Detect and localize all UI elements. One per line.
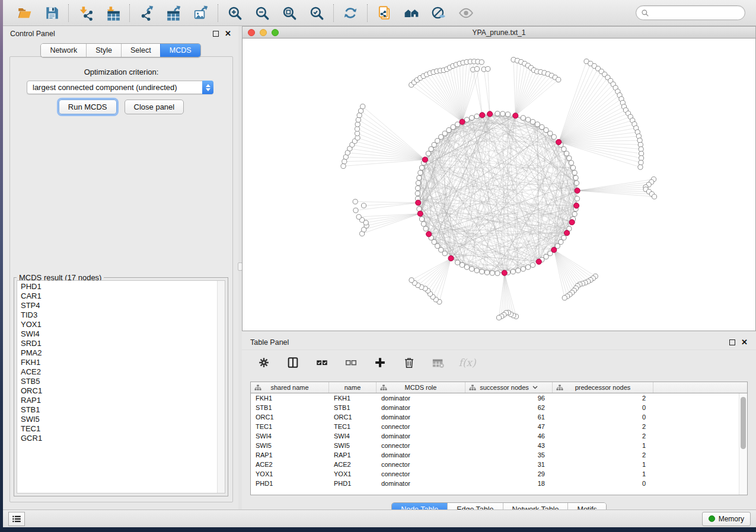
column-header-successor-nodes[interactable]: successor nodes (465, 382, 553, 393)
import-network-icon[interactable] (76, 4, 94, 22)
mcds-result-item[interactable]: STP4 (17, 301, 225, 310)
mcds-result-item[interactable]: FKH1 (17, 358, 225, 367)
export-table-icon[interactable] (165, 4, 183, 22)
table-scrollbar[interactable] (739, 393, 747, 495)
float-panel-icon[interactable] (213, 31, 219, 37)
tab-select[interactable]: Select (121, 44, 160, 57)
column-header-name[interactable]: name (329, 382, 377, 393)
table-row[interactable]: SWI4SWI4dominator462 (251, 431, 747, 441)
mcds-result-item[interactable]: GCR1 (17, 434, 225, 443)
window-minimize-button[interactable] (260, 29, 267, 36)
zoom-in-icon[interactable] (226, 4, 244, 22)
control-panel-tabs: NetworkStyleSelectMCDS (40, 43, 200, 57)
column-header-MCDS-role[interactable]: MCDS role (377, 382, 465, 393)
zoom-fit-icon[interactable] (280, 4, 298, 22)
save-session-icon[interactable] (43, 4, 60, 22)
cell-predecessor-nodes: 2 (553, 431, 653, 441)
close-panel-icon[interactable]: ✕ (225, 31, 231, 37)
mcds-result-item[interactable]: SWI5 (17, 415, 225, 424)
unselect-all-columns-icon[interactable] (342, 354, 360, 371)
search-box (636, 5, 745, 20)
mcds-result-item[interactable]: SWI4 (17, 329, 225, 339)
mcds-result-item[interactable]: CAR1 (17, 291, 225, 301)
add-row-icon[interactable] (371, 354, 389, 371)
table-row[interactable]: SWI5SWI5connector431 (251, 441, 747, 450)
tab-style[interactable]: Style (86, 44, 121, 57)
float-table-panel-icon[interactable] (729, 339, 735, 345)
zoom-out-icon[interactable] (253, 4, 271, 22)
delete-table-icon (429, 354, 447, 371)
refresh-layout-icon[interactable] (342, 4, 359, 22)
tab-mcds[interactable]: MCDS (160, 44, 200, 57)
table-row[interactable]: TEC1TEC1connector472 (251, 422, 747, 431)
cell-shared-name: TEC1 (251, 422, 329, 431)
control-panel-header: Control Panel ✕ (3, 26, 238, 41)
table-row[interactable]: FKH1FKH1dominator962 (251, 393, 747, 403)
cell-MCDS-role: connector (377, 469, 465, 479)
cell-predecessor-nodes: 2 (553, 450, 653, 460)
table-row[interactable]: ORC1ORC1dominator610 (251, 412, 747, 422)
cell-predecessor-nodes: 2 (553, 422, 653, 431)
network-view[interactable] (243, 39, 755, 331)
zoom-selected-icon[interactable] (308, 4, 326, 22)
show-graphics-details-icon (457, 4, 475, 22)
window-close-button[interactable] (248, 29, 255, 36)
open-session-icon[interactable] (375, 4, 393, 22)
export-network-icon[interactable] (138, 4, 155, 22)
function-builder-icon: f(x) (458, 354, 476, 371)
table-row[interactable]: RAP1RAP1dominator352 (251, 450, 747, 460)
table-row[interactable]: ACE2ACE2connector311 (251, 460, 747, 469)
window-zoom-button[interactable] (272, 29, 279, 36)
close-panel-button[interactable]: Close panel (125, 100, 184, 114)
table-row[interactable]: YOX1YOX1connector291 (251, 469, 747, 479)
open-file-icon[interactable] (15, 4, 33, 22)
select-all-columns-icon[interactable] (313, 354, 331, 371)
mcds-result-item[interactable]: ACE2 (17, 367, 225, 377)
network-canvas[interactable] (242, 38, 756, 331)
run-mcds-button[interactable]: Run MCDS (59, 100, 117, 114)
mcds-result-item[interactable]: STB5 (17, 377, 225, 386)
mcds-result-item[interactable]: TID3 (17, 310, 225, 320)
cell-predecessor-nodes: 1 (553, 469, 653, 479)
cell-MCDS-role: dominator (377, 393, 465, 403)
table-row[interactable]: PHD1PHD1dominator180 (251, 479, 747, 488)
mcds-result-item[interactable]: SRD1 (17, 339, 225, 348)
criterion-dropdown[interactable]: largest connected component (undirected) (27, 81, 213, 94)
import-table-icon[interactable] (104, 4, 122, 22)
column-header-shared-name[interactable]: shared name (251, 382, 329, 393)
column-header-predecessor-nodes[interactable]: predecessor nodes (553, 382, 653, 393)
delete-icon[interactable] (400, 354, 418, 371)
mcds-result-item[interactable]: TEC1 (17, 424, 225, 434)
list-scrollbar[interactable] (217, 281, 225, 493)
toolbar-groups (8, 4, 483, 22)
table-row[interactable]: STB1STB1dominator620 (251, 403, 747, 412)
cell-name: YOX1 (329, 469, 377, 479)
mcds-result-item[interactable]: ORC1 (17, 386, 225, 396)
search-input[interactable] (649, 9, 740, 17)
close-table-panel-icon[interactable]: ✕ (741, 339, 748, 345)
export-image-icon[interactable] (192, 4, 210, 22)
mcds-result-item[interactable]: RAP1 (17, 396, 225, 405)
shared-column-icon (254, 384, 261, 392)
cell-predecessor-nodes: 0 (553, 479, 653, 488)
hide-graphics-details-icon[interactable] (430, 4, 448, 22)
mcds-result-item[interactable]: PHD1 (17, 282, 225, 291)
tab-network[interactable]: Network (41, 44, 86, 57)
network-window-titlebar: YPA_prune.txt_1 (242, 26, 756, 38)
mcds-result-item[interactable]: YOX1 (17, 320, 225, 329)
network-edges (343, 60, 654, 318)
dropdown-stepper-icon (202, 81, 213, 94)
table-scrollbar-thumb[interactable] (741, 397, 746, 449)
status-bar: Memory (3, 509, 756, 527)
home-network-icon[interactable] (403, 4, 420, 22)
cell-name: ACE2 (329, 460, 377, 469)
column-header-filler (653, 382, 747, 393)
mcds-result-item[interactable]: PMA2 (17, 348, 225, 358)
show-column-icon[interactable] (284, 354, 302, 371)
memory-button[interactable]: Memory (702, 512, 751, 526)
optimization-criterion-label: Optimization criterion: (10, 68, 232, 76)
mcds-result-item[interactable]: STB1 (17, 405, 225, 415)
mcds-result-list[interactable]: PHD1CAR1STP4TID3YOX1SWI4SRD1PMA2FKH1ACE2… (17, 280, 225, 493)
table-settings-icon[interactable] (255, 354, 273, 371)
task-history-button[interactable] (8, 512, 25, 526)
